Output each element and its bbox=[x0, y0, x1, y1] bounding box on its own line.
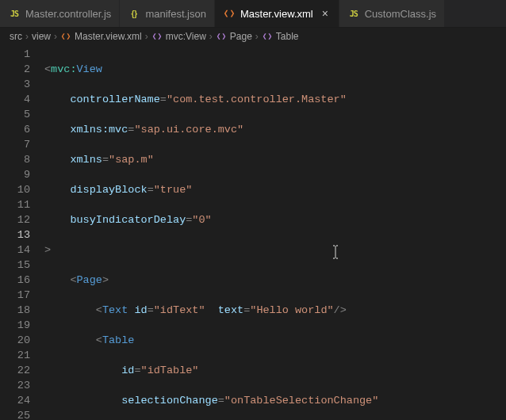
crumb-symbol-table[interactable]: Table bbox=[262, 31, 299, 42]
js-icon: JS bbox=[8, 7, 21, 20]
tab-master-view-xml[interactable]: Master.view.xml × bbox=[215, 0, 339, 27]
code-line[interactable]: xmlns:mvc="sap.ui.core.mvc" bbox=[44, 122, 506, 137]
crumb-symbol-page[interactable]: Page bbox=[216, 31, 252, 42]
tab-label: manifest.json bbox=[145, 8, 206, 20]
symbol-icon bbox=[216, 31, 227, 42]
tab-master-controller[interactable]: JS Master.controller.js bbox=[0, 0, 120, 27]
tab-bar: JS Master.controller.js {} manifest.json… bbox=[0, 0, 506, 28]
tab-manifest-json[interactable]: {} manifest.json bbox=[120, 0, 215, 27]
crumb-symbol-view[interactable]: mvc:View bbox=[151, 31, 206, 42]
code-line[interactable]: <mvc:View bbox=[44, 62, 506, 77]
chevron-right-icon: › bbox=[145, 31, 148, 42]
js-icon: JS bbox=[347, 7, 360, 20]
code-line[interactable]: xmlns="sap.m" bbox=[44, 152, 506, 167]
code-line[interactable]: id="idTable" bbox=[44, 363, 506, 378]
crumb-folder-view[interactable]: view bbox=[32, 31, 51, 42]
chevron-right-icon: › bbox=[255, 31, 259, 42]
json-icon: {} bbox=[128, 7, 140, 20]
tab-custom-class[interactable]: JS CustomClass.js bbox=[339, 0, 445, 27]
code-line[interactable]: selectionChange="onTableSelectionChange" bbox=[44, 393, 506, 408]
code-line[interactable]: <Text id="idText" text="Hello world"/> bbox=[44, 303, 506, 318]
breadcrumb: src › view › Master.view.xml › mvc:View … bbox=[0, 28, 506, 45]
code-line[interactable]: <Table bbox=[44, 333, 506, 348]
xml-icon bbox=[223, 7, 236, 20]
code-line[interactable]: controllerName="com.test.controller.Mast… bbox=[44, 92, 506, 107]
tab-label: CustomClass.js bbox=[365, 8, 436, 20]
chevron-right-icon: › bbox=[209, 31, 213, 42]
code-line[interactable]: displayBlock="true" bbox=[44, 182, 506, 197]
code-line[interactable]: busyIndicatorDelay="0" bbox=[44, 212, 506, 227]
editor[interactable]: 1234 5678 9101112 13141516 17181920 2122… bbox=[0, 45, 506, 420]
chevron-right-icon: › bbox=[54, 31, 57, 42]
crumb-folder-src[interactable]: src bbox=[10, 31, 22, 42]
gutter: 1234 5678 9101112 13141516 17181920 2122… bbox=[0, 45, 44, 420]
code-line[interactable]: > bbox=[44, 242, 506, 258]
tab-label: Master.controller.js bbox=[25, 8, 111, 20]
crumb-file[interactable]: Master.view.xml bbox=[60, 31, 142, 42]
xml-icon bbox=[60, 31, 71, 42]
chevron-right-icon: › bbox=[25, 31, 29, 42]
close-icon[interactable]: × bbox=[320, 8, 331, 19]
symbol-icon bbox=[262, 31, 273, 42]
code-area[interactable]: <mvc:View controllerName="com.test.contr… bbox=[44, 45, 506, 420]
tab-label: Master.view.xml bbox=[240, 8, 313, 20]
code-line[interactable]: <Page> bbox=[44, 273, 506, 288]
symbol-icon bbox=[151, 31, 163, 42]
